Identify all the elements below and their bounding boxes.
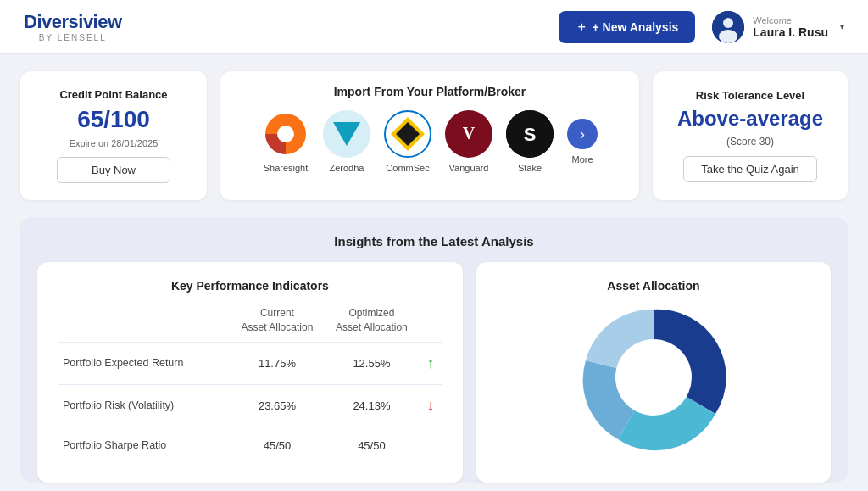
kpi-col-trend [419,306,442,342]
credit-expire: Expire on 28/01/2025 [70,138,159,148]
kpi-row-current: 11.75% [230,342,324,384]
zerodha-icon [323,110,370,158]
new-analysis-button[interactable]: ＋ + New Analysis [559,11,696,43]
main-content: Credit Point Balance 65/100 Expire on 28… [0,54,868,491]
kpi-row-trend [419,427,442,464]
header: Diversiview by LENSELL ＋ + New Analysis … [0,0,868,54]
plus-icon: ＋ [576,20,587,35]
more-label: More [571,154,593,165]
credit-title: Credit Point Balance [59,88,167,101]
commsec-label: CommSec [386,163,429,173]
more-icon: › [567,119,598,149]
kpi-row-label: Portfolio Expected Return [58,342,230,384]
svg-point-1 [723,18,733,28]
header-right: ＋ + New Analysis Welcome Laura I. Rusu ▾ [559,11,845,43]
svg-point-2 [719,30,737,43]
take-quiz-button[interactable]: Take the Quiz Again [683,156,817,182]
credit-card: Credit Point Balance 65/100 Expire on 28… [20,71,207,200]
top-cards-row: Credit Point Balance 65/100 Expire on 28… [20,71,848,200]
insights-content: Key Performance Indicators CurrentAsset … [37,262,831,483]
risk-title: Risk Tolerance Level [696,89,804,102]
risk-level: Above-average [677,107,823,131]
sharesight-label: Sharesight [264,163,309,173]
broker-sharesight[interactable]: Sharesight [262,110,309,173]
user-name: Laura I. Rusu [753,25,828,39]
kpi-row: Portfolio Sharpe Ratio 45/50 45/50 [58,427,442,464]
asset-title: Asset Allocation [607,279,699,293]
logo: Diversiview by LENSELL [24,11,122,42]
user-menu[interactable]: Welcome Laura I. Rusu ▾ [712,11,844,43]
asset-allocation-card: Asset Allocation [476,262,831,483]
broker-vanguard[interactable]: V Vanguard [445,110,492,173]
kpi-row: Portfolio Expected Return 11.75% 12.55% … [58,342,442,384]
svg-text:S: S [524,124,537,145]
kpi-row-current: 23.65% [230,384,324,427]
kpi-title: Key Performance Indicators [58,279,442,293]
broker-list: Sharesight Zerodha [241,110,619,173]
kpi-row: Portfolio Risk (Volatility) 23.65% 24.13… [58,384,442,427]
kpi-row-optimized: 12.55% [325,342,419,384]
kpi-row-optimized: 24.13% [325,384,419,427]
trend-down-icon: ↓ [426,397,434,414]
trend-up-icon: ↑ [426,354,434,371]
broker-zerodha[interactable]: Zerodha [323,110,370,173]
import-title: Import From Your Platform/Broker [241,85,619,98]
risk-card: Risk Tolerance Level Above-average (Scor… [653,71,848,200]
kpi-col-optimized: OptimizedAsset Allocation [325,306,419,342]
insights-section: Insights from the Latest Analysis Key Pe… [20,217,848,483]
chevron-down-icon: ▾ [840,22,844,31]
stake-icon: S [506,110,554,158]
more-brokers[interactable]: › More [567,119,598,165]
kpi-table: CurrentAsset Allocation OptimizedAsset A… [58,306,442,464]
welcome-label: Welcome [753,15,828,25]
avatar [712,11,744,43]
kpi-row-label: Portfolio Sharpe Ratio [58,427,230,464]
zerodha-label: Zerodha [330,163,364,173]
kpi-row-trend: ↑ [419,342,442,384]
new-analysis-label: + New Analysis [593,20,679,34]
broker-commsec[interactable]: CommSec [384,110,431,173]
sharesight-icon [262,110,309,158]
svg-point-4 [277,126,294,142]
vanguard-icon: V [445,110,492,158]
user-text: Welcome Laura I. Rusu [753,15,828,39]
donut-chart [577,301,730,454]
logo-sub: by LENSELL [24,33,122,42]
credit-balance: 65/100 [77,106,150,133]
kpi-col-current: CurrentAsset Allocation [230,306,324,342]
kpi-col-label [58,306,230,342]
commsec-icon [384,110,431,158]
buy-now-button[interactable]: Buy Now [57,157,170,183]
risk-score: (Score 30) [726,136,774,148]
kpi-row-label: Portfolio Risk (Volatility) [58,384,230,427]
avatar-icon [712,11,744,43]
svg-point-13 [615,339,692,416]
svg-text:V: V [463,124,476,142]
vanguard-label: Vanguard [449,163,489,173]
broker-stake[interactable]: S Stake [506,110,554,173]
insights-title: Insights from the Latest Analysis [37,234,831,248]
donut-svg [577,301,730,454]
logo-title: Diversiview [24,11,122,33]
stake-label: Stake [518,163,542,173]
kpi-card: Key Performance Indicators CurrentAsset … [37,262,463,483]
import-card: Import From Your Platform/Broker [220,71,639,200]
kpi-row-optimized: 45/50 [325,427,419,464]
kpi-row-current: 45/50 [230,427,324,464]
kpi-row-trend: ↓ [419,384,442,427]
